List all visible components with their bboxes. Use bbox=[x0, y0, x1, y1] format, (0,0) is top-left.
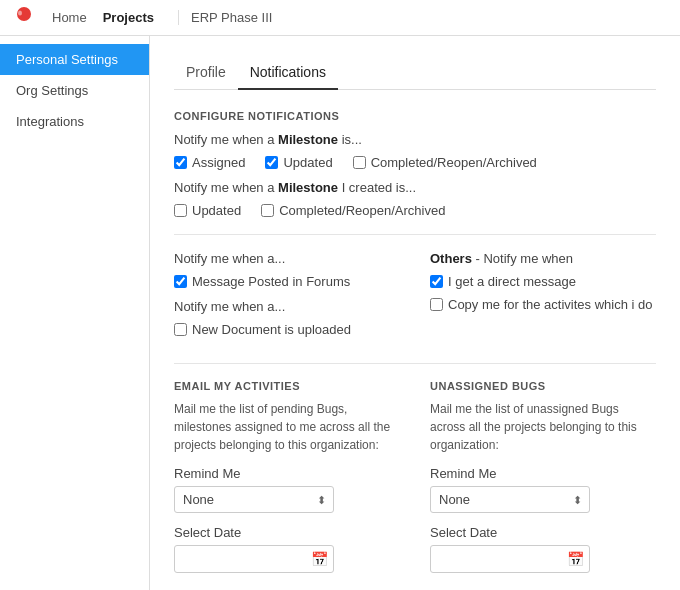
top-nav: Home Projects ERP Phase III bbox=[0, 0, 680, 36]
milestone2-label: Notify me when a Milestone I created is.… bbox=[174, 180, 656, 195]
bugs-select-date-label: Select Date bbox=[430, 525, 656, 540]
divider-2 bbox=[174, 363, 656, 364]
notify-forums-label: Notify me when a... bbox=[174, 251, 400, 266]
bugs-date-input[interactable] bbox=[430, 545, 590, 573]
checkbox-new-document[interactable]: New Document is uploaded bbox=[174, 322, 351, 337]
others-label: Others - Notify me when bbox=[430, 251, 656, 266]
milestone1-checkboxes: Assigned Updated Completed/Reopen/Archiv… bbox=[174, 155, 656, 170]
milestone1-label: Notify me when a Milestone is... bbox=[174, 132, 656, 147]
sidebar-item-personal-settings[interactable]: Personal Settings bbox=[0, 44, 149, 75]
email-activities-desc: Mail me the list of pending Bugs, milest… bbox=[174, 400, 400, 454]
svg-point-1 bbox=[18, 10, 22, 15]
checkbox-completed-2[interactable]: Completed/Reopen/Archived bbox=[261, 203, 445, 218]
left-notify: Notify me when a... Message Posted in Fo… bbox=[174, 251, 400, 347]
bugs-remind-label: Remind Me bbox=[430, 466, 656, 481]
project-title: ERP Phase III bbox=[178, 10, 272, 25]
sidebar: Personal Settings Org Settings Integrati… bbox=[0, 36, 150, 590]
email-remind-select[interactable]: None Daily Weekly bbox=[174, 486, 334, 513]
checkbox-message-forums[interactable]: Message Posted in Forums bbox=[174, 274, 350, 289]
checkbox-completed-1[interactable]: Completed/Reopen/Archived bbox=[353, 155, 537, 170]
nav-projects[interactable]: Projects bbox=[103, 10, 154, 25]
email-remind-label: Remind Me bbox=[174, 466, 400, 481]
checkbox-updated[interactable]: Updated bbox=[265, 155, 332, 170]
email-activities-header: EMAIL MY ACTIVITIES bbox=[174, 380, 400, 392]
main-content: Profile Notifications CONFIGURE NOTIFICA… bbox=[150, 36, 680, 590]
tabs: Profile Notifications bbox=[174, 56, 656, 90]
tab-profile[interactable]: Profile bbox=[174, 56, 238, 90]
two-col-notify: Notify me when a... Message Posted in Fo… bbox=[174, 251, 656, 347]
email-remind-select-wrapper: None Daily Weekly bbox=[174, 486, 334, 513]
bugs-remind-select-wrapper: None Daily Weekly bbox=[430, 486, 590, 513]
forums-checkbox-row: Message Posted in Forums bbox=[174, 274, 400, 289]
nav-home[interactable]: Home bbox=[52, 10, 87, 25]
checkbox-assigned[interactable]: Assigned bbox=[174, 155, 245, 170]
configure-header: CONFIGURE NOTIFICATIONS bbox=[174, 110, 656, 122]
sidebar-item-integrations[interactable]: Integrations bbox=[0, 106, 149, 137]
sidebar-item-org-settings[interactable]: Org Settings bbox=[0, 75, 149, 106]
configure-section: CONFIGURE NOTIFICATIONS Notify me when a… bbox=[174, 110, 656, 218]
divider-1 bbox=[174, 234, 656, 235]
others-checkboxes: I get a direct message Copy me for the a… bbox=[430, 274, 656, 312]
checkbox-updated-2[interactable]: Updated bbox=[174, 203, 241, 218]
unassigned-bugs-desc: Mail me the list of unassigned Bugs acro… bbox=[430, 400, 656, 454]
unassigned-bugs-header: UNASSIGNED BUGS bbox=[430, 380, 656, 392]
email-date-wrapper: 📅 bbox=[174, 545, 334, 573]
email-date-input[interactable] bbox=[174, 545, 334, 573]
checkbox-direct-message[interactable]: I get a direct message bbox=[430, 274, 656, 289]
document-checkbox-row: New Document is uploaded bbox=[174, 322, 400, 337]
email-section: EMAIL MY ACTIVITIES Mail me the list of … bbox=[174, 380, 656, 573]
app-logo bbox=[12, 6, 36, 30]
right-others: Others - Notify me when I get a direct m… bbox=[430, 251, 656, 347]
bugs-remind-select[interactable]: None Daily Weekly bbox=[430, 486, 590, 513]
notify-document-label: Notify me when a... bbox=[174, 299, 400, 314]
tab-notifications[interactable]: Notifications bbox=[238, 56, 338, 90]
checkbox-copy-activities[interactable]: Copy me for the activites which i do bbox=[430, 297, 656, 312]
unassigned-bugs-col: UNASSIGNED BUGS Mail me the list of unas… bbox=[430, 380, 656, 573]
email-select-date-label: Select Date bbox=[174, 525, 400, 540]
milestone2-checkboxes: Updated Completed/Reopen/Archived bbox=[174, 203, 656, 218]
email-activities-col: EMAIL MY ACTIVITIES Mail me the list of … bbox=[174, 380, 400, 573]
bugs-date-wrapper: 📅 bbox=[430, 545, 590, 573]
